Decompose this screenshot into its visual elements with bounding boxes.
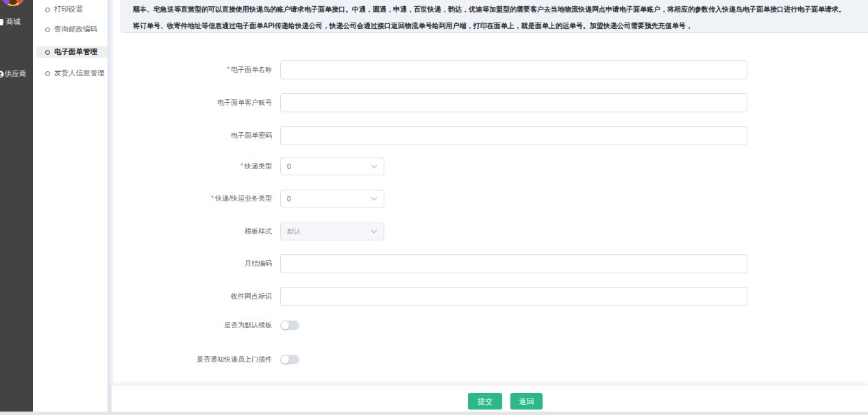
- default-template-switch[interactable]: [280, 320, 299, 330]
- form-row-waybill-password: 电子面单密码: [114, 126, 747, 145]
- mall-icon: [0, 18, 4, 26]
- form-row-default-template: 是否为默认模板: [114, 320, 299, 331]
- notice-banner: 顺丰、宅急送等直营型的可以直接使用快递鸟的账户请求电子面单接口。中通，圆通，申通…: [121, 0, 868, 33]
- menu-item-print-settings[interactable]: 打印设置: [33, 3, 108, 16]
- switch-knob: [281, 355, 289, 364]
- switch-knob: [281, 321, 289, 329]
- required-marker: *: [211, 194, 214, 202]
- field-label: 模板样式: [114, 227, 272, 236]
- sidebar-item-mall[interactable]: 商城: [0, 15, 33, 29]
- customer-account-input[interactable]: [280, 93, 747, 112]
- form-row-template-style: 模板样式 默认: [114, 223, 384, 240]
- required-marker: *: [240, 162, 243, 170]
- radio-circle-icon: [45, 50, 50, 55]
- notify-courier-switch[interactable]: [280, 355, 299, 364]
- avatar-logo-icon: [1, 0, 25, 6]
- field-label: *快递/快运业务类型: [114, 194, 272, 203]
- menu-item-label: 发货人信息管理: [54, 68, 105, 78]
- field-label: *快递类型: [114, 162, 272, 171]
- form-row-business-type: *快递/快运业务类型 0: [114, 190, 384, 208]
- waybill-password-input[interactable]: [280, 126, 747, 145]
- main-content: 顺丰、宅急送等直营型的可以直接使用快递鸟的账户请求电子面单接口。中通，圆通，申通…: [114, 0, 868, 415]
- form-row-customer-account: 电子面单客户账号: [114, 93, 747, 112]
- waybill-name-input[interactable]: [280, 60, 747, 79]
- scroll-gutter[interactable]: [108, 0, 114, 415]
- form-row-notify-courier: 是否通知快递员上门揽件: [114, 354, 299, 365]
- secondary-sidebar: 打印设置 查询邮政编码 电子面单管理 发货人信息管理: [33, 0, 108, 415]
- notice-line-1: 顺丰、宅急送等直营型的可以直接使用快递鸟的账户请求电子面单接口。中通，圆通，申通…: [133, 1, 862, 18]
- field-label: 收件网点标识: [114, 292, 272, 301]
- radio-circle-icon: [45, 71, 50, 76]
- bottom-scrollbar[interactable]: [0, 412, 868, 415]
- back-button[interactable]: 返回: [510, 393, 543, 410]
- form-row-monthly-code: 月结编码: [114, 254, 747, 273]
- sidebar-item-label: 供应商: [5, 69, 27, 79]
- notice-line-2: 将订单号、收寄件地址等信息通过电子面单API传递给快递公司，快递公司会通过接口返…: [133, 18, 862, 34]
- field-label: 电子面单密码: [114, 131, 272, 140]
- sidebar-item-supplier[interactable]: 供应商: [0, 67, 33, 81]
- branch-id-input[interactable]: [280, 287, 747, 306]
- menu-item-sender-info[interactable]: 发货人信息管理: [33, 67, 108, 79]
- required-marker: *: [227, 66, 230, 73]
- form-row-waybill-name: *电子面单名称: [114, 60, 747, 79]
- form-row-express-type: *快递类型 0: [114, 158, 384, 175]
- app-logo[interactable]: [1, 0, 25, 6]
- radio-circle-icon: [45, 27, 50, 32]
- page: 商城 供应商 打印设置 查询邮政编码 电子面单管理 发货人信息管理: [0, 0, 868, 415]
- field-label: 是否为默认模板: [114, 320, 272, 330]
- menu-item-postcode-query[interactable]: 查询邮政编码: [33, 23, 108, 36]
- monthly-code-input[interactable]: [280, 254, 747, 273]
- field-label: 月结编码: [114, 259, 272, 268]
- field-label: *电子面单名称: [114, 65, 272, 75]
- chevron-down-icon: [371, 197, 377, 201]
- field-label: 是否通知快递员上门揽件: [114, 355, 272, 364]
- menu-item-ewaybill-management[interactable]: 电子面单管理: [33, 46, 108, 58]
- footer-bar: 提交 返回: [112, 386, 868, 415]
- submit-button[interactable]: 提交: [468, 393, 502, 410]
- supplier-icon: [0, 71, 4, 78]
- express-type-select[interactable]: 0: [280, 158, 384, 175]
- sidebar-item-label: 商城: [6, 17, 21, 27]
- business-type-select[interactable]: 0: [280, 190, 384, 208]
- radio-circle-icon: [45, 8, 50, 12]
- menu-item-label: 查询邮政编码: [54, 25, 97, 34]
- chevron-down-icon: [371, 229, 377, 234]
- primary-sidebar: 商城 供应商: [0, 0, 33, 415]
- form-row-branch-id: 收件网点标识: [114, 287, 747, 306]
- menu-item-label: 电子面单管理: [54, 47, 97, 57]
- field-label: 电子面单客户账号: [114, 98, 272, 108]
- menu-item-label: 打印设置: [54, 5, 83, 14]
- template-style-select[interactable]: 默认: [280, 223, 384, 240]
- chevron-down-icon: [371, 164, 377, 168]
